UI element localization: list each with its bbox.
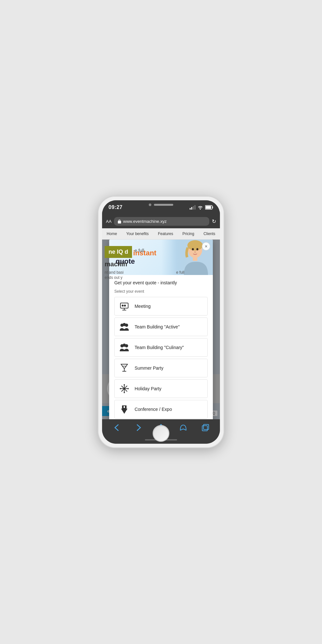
team-culinary-label: Team Building "Culinary" xyxy=(135,345,184,350)
signal-bar-4 xyxy=(194,205,195,210)
nav-benefits[interactable]: Your benefits xyxy=(124,231,151,237)
status-bar: 09:27 xyxy=(102,200,220,214)
status-icons xyxy=(190,205,213,210)
signal-icon xyxy=(190,205,195,210)
signal-bar-3 xyxy=(193,206,194,210)
browser-back-button[interactable] xyxy=(110,421,123,434)
event-item-conference[interactable]: Conference / Expo xyxy=(114,400,208,419)
nav-features[interactable]: Features xyxy=(156,231,175,237)
lock-icon xyxy=(118,220,121,223)
status-time: 09:27 xyxy=(109,204,122,210)
browser-forward-button[interactable] xyxy=(132,421,145,434)
event-item-holiday-party[interactable]: Holiday Party xyxy=(114,379,208,398)
event-item-meeting[interactable]: Meeting xyxy=(114,297,208,316)
summer-party-icon xyxy=(119,363,129,373)
url-text[interactable]: www.eventmachine.xyz xyxy=(123,219,166,224)
team-culinary-icon xyxy=(119,342,129,353)
font-size-control[interactable]: AA xyxy=(106,219,111,224)
svg-point-36 xyxy=(128,388,129,389)
phone-screen: 09:27 xyxy=(102,200,220,444)
svg-point-18 xyxy=(124,305,126,307)
meeting-icon xyxy=(119,301,129,311)
website-nav: Home Your benefits Features Pricing Clie… xyxy=(102,228,220,240)
battery-icon xyxy=(205,205,213,210)
conference-label: Conference / Expo xyxy=(135,407,172,412)
summer-party-label: Summer Party xyxy=(135,365,163,371)
nav-home[interactable]: Home xyxy=(105,231,119,237)
svg-rect-39 xyxy=(204,424,209,430)
svg-rect-2 xyxy=(206,206,211,209)
event-item-team-active[interactable]: Team Building "Active" xyxy=(114,317,208,336)
nav-pricing[interactable]: Pricing xyxy=(181,231,196,237)
team-active-icon xyxy=(119,322,129,332)
main-content-area: ne IQ d e full machin nt and basi e full… xyxy=(102,240,220,419)
signal-bar-1 xyxy=(190,208,191,210)
bg-body-text1: nt and basi xyxy=(105,270,124,275)
svg-rect-40 xyxy=(202,426,207,431)
event-list: Meeting xyxy=(114,297,208,419)
svg-point-32 xyxy=(123,388,125,390)
wifi-icon xyxy=(197,205,203,210)
meeting-label: Meeting xyxy=(135,304,151,309)
svg-point-34 xyxy=(124,392,125,393)
svg-rect-1 xyxy=(213,206,213,208)
select-event-label: Select your event xyxy=(114,289,208,294)
svg-point-35 xyxy=(120,388,121,389)
phone-frame: 09:27 xyxy=(98,196,224,448)
url-bar[interactable]: www.eventmachine.xyz xyxy=(114,217,209,226)
modal-body: Get your event quote - instantly Select … xyxy=(109,275,213,419)
browser-address-bar[interactable]: AA www.eventmachine.xyz ↻ xyxy=(102,214,220,228)
bg-headline: ne IQ d xyxy=(105,246,132,258)
svg-point-24 xyxy=(123,344,126,347)
svg-point-21 xyxy=(123,323,126,326)
svg-point-17 xyxy=(122,305,124,307)
bg-headline-suffix: e full xyxy=(132,248,144,253)
browser-bookmarks-button[interactable] xyxy=(177,421,190,434)
bg-machine-text: machin xyxy=(105,260,127,268)
phone-top-decorations xyxy=(149,204,173,206)
earpiece-speaker xyxy=(154,204,173,206)
holiday-party-icon xyxy=(119,384,129,394)
bg-suffix2: e full xyxy=(125,270,184,275)
signal-bar-2 xyxy=(191,207,192,210)
holiday-party-label: Holiday Party xyxy=(135,386,161,391)
nav-clients[interactable]: Clients xyxy=(202,231,217,237)
svg-point-33 xyxy=(124,384,125,385)
bg-body-text2: ends out y xyxy=(105,275,122,280)
reload-button[interactable]: ↻ xyxy=(212,218,216,224)
front-camera xyxy=(149,204,151,206)
event-item-summer-party[interactable]: Summer Party xyxy=(114,359,208,377)
conference-icon xyxy=(119,404,129,414)
event-item-team-culinary[interactable]: Team Building "Culinary" xyxy=(114,338,208,357)
pagination: 1 of 3 xyxy=(114,419,208,419)
home-button[interactable] xyxy=(153,425,169,442)
team-active-label: Team Building "Active" xyxy=(135,324,180,329)
browser-tabs-button[interactable] xyxy=(199,421,212,434)
svg-rect-38 xyxy=(124,406,125,408)
